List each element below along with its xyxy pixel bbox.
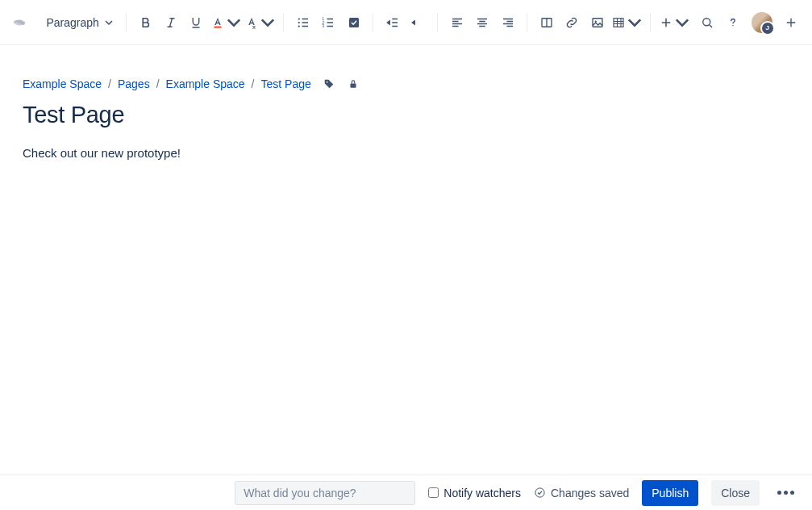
align-center-button[interactable] [471,11,493,34]
notify-watchers-checkbox[interactable] [428,487,439,498]
indent-button[interactable] [407,11,429,34]
text-style-label: Paragraph [46,16,98,29]
breadcrumb-link[interactable]: Example Space [23,77,102,90]
change-description-input[interactable] [235,481,415,505]
svg-point-3 [298,25,299,27]
breadcrumb-link[interactable]: Test Page [261,77,311,90]
underline-button[interactable] [185,11,207,34]
more-formatting-button[interactable] [244,11,275,34]
text-style-dropdown[interactable]: Paragraph [41,13,117,32]
labels-icon[interactable] [323,77,335,90]
toolbar-divider [126,13,127,32]
toolbar-divider [437,13,438,32]
notify-watchers-label: Notify watchers [443,487,521,500]
outdent-button[interactable] [381,11,403,34]
toolbar-divider [527,13,527,32]
toolbar-divider [283,13,284,32]
chevron-down-icon [105,19,113,27]
bold-button[interactable] [135,11,156,34]
bullet-list-button[interactable] [292,11,314,34]
page-body-text[interactable]: Check out our new prototype! [23,146,789,160]
help-button[interactable] [722,11,743,34]
breadcrumb: Example Space / Pages / Example Space / … [23,77,789,90]
save-status: Changes saved [534,487,629,500]
publish-button[interactable]: Publish [642,480,698,506]
breadcrumb-separator: / [156,77,160,90]
editor-toolbar: Paragraph 123 [0,0,812,45]
svg-text:3: 3 [323,24,325,28]
close-button[interactable]: Close [711,480,760,506]
search-button[interactable] [696,11,718,34]
svg-point-13 [327,82,328,83]
editor-content[interactable]: Example Space / Pages / Example Space / … [0,45,812,192]
breadcrumb-separator: / [108,77,111,90]
task-list-button[interactable] [343,11,364,34]
layout-button[interactable] [535,11,557,34]
chevron-down-icon [260,15,275,30]
chevron-down-icon [227,15,241,30]
more-actions-button[interactable] [772,486,799,500]
svg-point-1 [298,18,299,19]
link-button[interactable] [561,11,583,34]
user-avatar[interactable] [752,12,772,33]
svg-rect-11 [614,18,623,27]
breadcrumb-separator: / [252,77,255,90]
toolbar-divider [650,13,651,32]
numbered-list-button[interactable]: 123 [317,11,339,34]
svg-rect-14 [350,83,356,87]
save-status-label: Changes saved [551,487,629,500]
editor-footer: Notify watchers Changes saved Publish Cl… [0,474,812,510]
svg-point-2 [298,21,299,23]
svg-rect-9 [593,18,602,27]
restrictions-icon[interactable] [347,77,360,90]
align-right-button[interactable] [497,11,518,34]
page-title[interactable]: Test Page [23,102,789,128]
check-circle-icon [534,487,546,499]
insert-button[interactable] [659,11,689,34]
svg-point-15 [535,488,544,497]
svg-point-12 [703,18,710,25]
toolbar-divider [373,13,373,32]
italic-button[interactable] [160,11,181,34]
align-left-button[interactable] [446,11,468,34]
image-button[interactable] [586,11,608,34]
chevron-down-icon [627,15,642,30]
chevron-down-icon [675,15,689,30]
svg-rect-7 [349,18,359,27]
invite-button[interactable] [781,11,802,34]
confluence-logo [10,13,28,32]
svg-rect-0 [214,26,222,27]
table-button[interactable] [611,11,642,34]
breadcrumb-link[interactable]: Pages [118,77,150,90]
breadcrumb-link[interactable]: Example Space [166,77,245,90]
notify-watchers-toggle[interactable]: Notify watchers [428,487,521,500]
text-color-button[interactable] [210,11,241,34]
